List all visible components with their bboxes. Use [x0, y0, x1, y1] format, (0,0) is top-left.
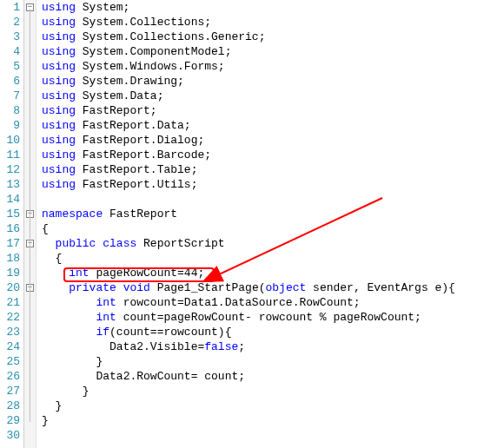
code-line[interactable]: {	[42, 221, 484, 236]
code-line[interactable]: public class ReportScript	[42, 236, 484, 251]
line-number: 21	[0, 295, 20, 310]
line-number: 2	[0, 15, 20, 30]
code-line[interactable]: using FastReport.Data;	[42, 118, 484, 133]
code-line[interactable]: using FastReport.Barcode;	[42, 148, 484, 162]
line-number-gutter: 1234567891011121314151617181920212223242…	[0, 0, 24, 448]
line-number: 13	[0, 177, 20, 192]
code-line[interactable]: using System.ComponentModel;	[42, 44, 484, 59]
code-editor: 1234567891011121314151617181920212223242…	[0, 0, 484, 448]
line-number: 30	[0, 428, 20, 443]
code-line[interactable]: int pageRowCount=44;	[42, 266, 484, 280]
line-number: 25	[0, 354, 20, 369]
code-line[interactable]: using System.Data;	[42, 89, 484, 103]
line-number: 17	[0, 236, 20, 251]
code-line[interactable]: using FastReport.Table;	[42, 162, 484, 177]
code-line[interactable]: int count=pageRowCount- rowcount % pageR…	[42, 310, 484, 325]
code-line[interactable]: using System;	[42, 0, 484, 15]
line-number: 27	[0, 384, 20, 399]
line-number: 29	[0, 413, 20, 428]
line-number: 20	[0, 280, 20, 295]
code-line[interactable]: int rowcount=Data1.DataSource.RowCount;	[42, 295, 484, 310]
line-number: 3	[0, 30, 20, 44]
code-line[interactable]: using FastReport;	[42, 103, 484, 118]
fold-column: −−−−	[24, 0, 36, 448]
code-line[interactable]: using System.Collections;	[42, 15, 484, 30]
code-line[interactable]: if(count==rowcount){	[42, 325, 484, 339]
code-line[interactable]: using FastReport.Dialog;	[42, 133, 484, 148]
code-line[interactable]: Data2.Visible=false;	[42, 339, 484, 354]
code-line[interactable]	[42, 192, 484, 207]
line-number: 15	[0, 207, 20, 221]
line-number: 22	[0, 310, 20, 325]
line-number: 24	[0, 339, 20, 354]
line-number: 19	[0, 266, 20, 280]
code-line[interactable]: using System.Drawing;	[42, 74, 484, 89]
code-line[interactable]: }	[42, 384, 484, 399]
line-number: 23	[0, 325, 20, 339]
line-number: 1	[0, 0, 20, 15]
line-number: 4	[0, 44, 20, 59]
code-line[interactable]: using System.Windows.Forms;	[42, 59, 484, 74]
code-line[interactable]: }	[42, 413, 484, 428]
code-line[interactable]: Data2.RowCount= count;	[42, 369, 484, 384]
line-number: 14	[0, 192, 20, 207]
code-line[interactable]: }	[42, 354, 484, 369]
line-number: 16	[0, 221, 20, 236]
code-line[interactable]: using FastReport.Utils;	[42, 177, 484, 192]
code-line[interactable]: private void Page1_StartPage(object send…	[42, 280, 484, 295]
code-area[interactable]: using System;using System.Collections;us…	[36, 0, 484, 448]
code-line[interactable]: {	[42, 251, 484, 266]
code-line[interactable]: }	[42, 399, 484, 413]
code-line[interactable]	[42, 428, 484, 443]
line-number: 11	[0, 148, 20, 162]
line-number: 18	[0, 251, 20, 266]
line-number: 8	[0, 103, 20, 118]
line-number: 12	[0, 162, 20, 177]
line-number: 6	[0, 74, 20, 89]
line-number: 28	[0, 399, 20, 413]
line-number: 26	[0, 369, 20, 384]
line-number: 10	[0, 133, 20, 148]
code-line[interactable]: namespace FastReport	[42, 207, 484, 221]
line-number: 7	[0, 89, 20, 103]
code-line[interactable]: using System.Collections.Generic;	[42, 30, 484, 44]
line-number: 5	[0, 59, 20, 74]
line-number: 9	[0, 118, 20, 133]
